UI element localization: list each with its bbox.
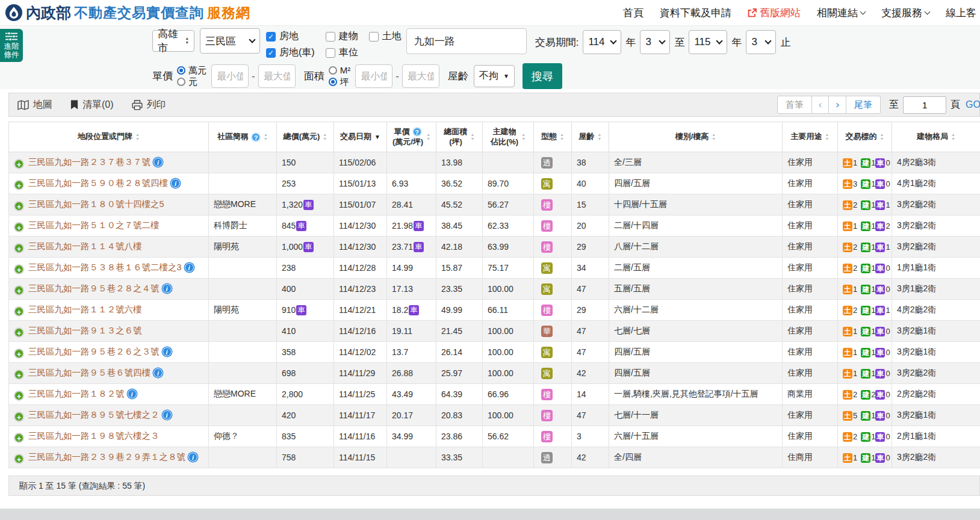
sort-icon[interactable]: ▲▼	[598, 133, 602, 141]
address-link[interactable]: 三民區九如一路９５巷６號四樓	[28, 368, 150, 377]
info-icon[interactable]: i	[188, 453, 197, 462]
column-header[interactable]: 型態▲▼	[534, 122, 572, 152]
sort-icon[interactable]: ▲▼	[560, 133, 564, 141]
expand-row-icon[interactable]: +	[14, 433, 24, 443]
expand-row-icon[interactable]: +	[14, 180, 24, 190]
info-icon[interactable]: i	[154, 368, 163, 377]
address-link[interactable]: 三民區九如一路１８２號	[28, 389, 125, 398]
column-header[interactable]: 樓別/樓高▲▼	[609, 122, 783, 152]
expand-row-icon[interactable]: +	[14, 327, 24, 338]
address-link[interactable]: 三民區九如一路１９８號六樓之３	[28, 431, 160, 441]
address-link[interactable]: 三民區九如一路９５巷２８之４號	[28, 283, 160, 293]
list-button[interactable]: 清單(0)	[70, 99, 114, 111]
column-header[interactable]: 總面積(坪)▲▼	[436, 122, 483, 152]
radio-selected[interactable]	[177, 66, 185, 75]
property-checkbox[interactable]: 車位	[326, 46, 358, 59]
address-link[interactable]: 三民區九如一路８９５號七樓之２	[28, 410, 160, 419]
unit-price-max-input[interactable]	[258, 64, 296, 88]
info-icon[interactable]: i	[154, 158, 163, 167]
nav-item[interactable]: 舊版網站	[748, 6, 801, 20]
checkbox-checked[interactable]: ✓	[266, 32, 276, 42]
column-header[interactable]: 建物格局▲▼	[892, 122, 980, 152]
district-select[interactable]: 三民區	[200, 28, 260, 54]
address-link[interactable]: 三民區九如一路２３９巷２９弄１之８號	[28, 452, 185, 462]
sort-icon[interactable]: ▲▼	[323, 133, 327, 141]
expand-row-icon[interactable]: +	[14, 412, 24, 422]
address-link[interactable]: 三民區九如一路５３８巷１６號二樓之3	[28, 262, 182, 272]
advanced-filter-button[interactable]: 進階 條件	[0, 29, 23, 62]
expand-row-icon[interactable]: +	[14, 285, 24, 296]
nav-item[interactable]: 線上客	[946, 6, 976, 20]
age-select[interactable]: 不拘 ▼	[474, 65, 515, 87]
expand-row-icon[interactable]: +	[14, 222, 24, 232]
address-link[interactable]: 三民區九如一路１８０號十四樓之5	[28, 199, 164, 209]
expand-row-icon[interactable]: +	[14, 391, 24, 401]
nav-item[interactable]: 資料下載及申請	[660, 6, 731, 20]
column-header[interactable]: 屋齡▲▼	[572, 122, 609, 152]
column-header[interactable]: 主建物佔比(%)▲▼	[483, 122, 534, 152]
address-link[interactable]: 三民區九如一路２３７巷３７號	[28, 157, 150, 167]
column-header[interactable]: 交易標的▲▼	[838, 122, 892, 152]
expand-row-icon[interactable]: +	[14, 454, 24, 464]
go-button[interactable]: GO	[966, 99, 980, 110]
next-page-button[interactable]: ›	[828, 96, 846, 114]
help-icon[interactable]: ?	[412, 127, 422, 137]
column-header[interactable]: 單價?(萬元/坪)▲▼	[387, 122, 436, 152]
sort-icon[interactable]: ▲▼	[426, 133, 430, 141]
area-radio-option[interactable]: 坪	[329, 77, 351, 87]
area-min-input[interactable]	[355, 64, 392, 88]
info-icon[interactable]: i	[128, 389, 137, 398]
first-page-button[interactable]: 首筆	[777, 96, 812, 114]
help-icon[interactable]: ?	[251, 132, 261, 142]
area-radio-option[interactable]: M²	[329, 66, 351, 75]
expand-row-icon[interactable]: +	[14, 159, 24, 169]
address-link[interactable]: 三民區九如一路５９０巷２８號四樓	[28, 178, 168, 188]
column-header[interactable]: 社區簡稱?▲▼	[209, 122, 277, 152]
property-checkbox[interactable]: ✓房地(車)	[266, 46, 315, 59]
address-link[interactable]: 三民區九如一路９１３之６號	[28, 326, 142, 335]
sort-icon[interactable]: ▲▼	[951, 133, 955, 141]
checkbox-unchecked[interactable]	[326, 48, 335, 58]
address-link[interactable]: 三民區九如一路１１２號六樓	[28, 305, 142, 314]
sort-icon[interactable]: ▲▼	[825, 133, 830, 141]
nav-item[interactable]: 相關連結	[817, 6, 865, 20]
search-button[interactable]: 搜尋	[523, 63, 562, 89]
nav-item[interactable]: 支援服務	[881, 6, 929, 20]
brand[interactable]: 內政部 不動產交易實價查詢 服務網	[5, 3, 250, 23]
unit-price-min-input[interactable]	[211, 64, 249, 88]
checkbox-checked[interactable]: ✓	[266, 48, 276, 58]
city-select[interactable]: 高雄市 ▲▼	[152, 30, 194, 52]
property-checkbox[interactable]: 土地	[369, 30, 402, 43]
sort-icon[interactable]: ▲▼	[264, 133, 268, 141]
expand-row-icon[interactable]: +	[14, 370, 24, 380]
print-button[interactable]: 列印	[132, 99, 166, 111]
unit-price-radio-option[interactable]: 萬元	[177, 66, 206, 75]
map-view-button[interactable]: 地圖	[17, 99, 52, 111]
column-header[interactable]: 交易日期▼	[334, 122, 387, 152]
sort-icon[interactable]: ▲▼	[880, 133, 884, 141]
radio-unselected[interactable]	[329, 66, 337, 75]
radio-unselected[interactable]	[177, 78, 185, 86]
property-checkbox[interactable]: 建物	[326, 30, 358, 43]
info-icon[interactable]: i	[171, 179, 180, 188]
radio-selected[interactable]	[329, 78, 337, 86]
address-link[interactable]: 三民區九如一路５１０之７號二樓	[28, 220, 160, 230]
column-header[interactable]: 地段位置或門牌▲▼	[9, 122, 209, 152]
address-link[interactable]: 三民區九如一路１１４號八樓	[28, 241, 142, 251]
checkbox-unchecked[interactable]	[326, 32, 335, 42]
from-year-select[interactable]: 114	[583, 30, 621, 54]
info-icon[interactable]: i	[163, 410, 172, 419]
info-icon[interactable]: i	[163, 347, 172, 356]
to-month-select[interactable]: 3	[746, 30, 776, 54]
column-header[interactable]: 總價(萬元)▲▼	[277, 122, 334, 152]
property-checkbox[interactable]: ✓房地	[266, 30, 315, 43]
expand-row-icon[interactable]: +	[14, 243, 24, 253]
from-month-select[interactable]: 3	[640, 30, 670, 54]
sort-icon[interactable]: ▲▼	[521, 133, 526, 141]
prev-page-button[interactable]: ‹	[811, 96, 830, 114]
page-number-input[interactable]	[903, 96, 946, 114]
sort-icon[interactable]: ▲▼	[712, 133, 716, 141]
checkbox-unchecked[interactable]	[369, 32, 379, 42]
sort-icon[interactable]: ▲▼	[135, 133, 140, 141]
address-link[interactable]: 三民區九如一路９５巷２６之３號	[28, 347, 160, 356]
